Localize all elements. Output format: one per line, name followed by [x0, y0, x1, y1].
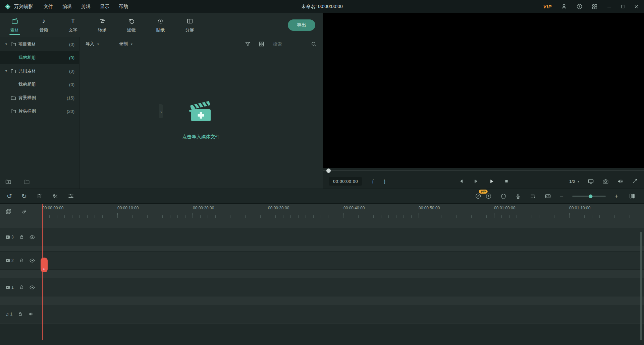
menu-item-view[interactable]: 显示 — [100, 4, 109, 10]
import-label: 导入 — [86, 41, 94, 47]
sidebar-item-label: 我的相册 — [18, 55, 36, 61]
seekbar-track[interactable] — [323, 170, 644, 171]
minimize-button[interactable] — [607, 4, 611, 9]
filter-funnel-icon[interactable] — [245, 41, 251, 47]
redo-button[interactable]: ↻ — [21, 193, 27, 199]
sidebar-collapse-handle[interactable]: ‹ — [159, 104, 163, 118]
app-name: 万兴喵影 — [14, 4, 33, 10]
eye-icon[interactable] — [30, 235, 35, 239]
menu-item-help[interactable]: 帮助 — [119, 4, 128, 10]
preview-seekbar[interactable] — [323, 168, 644, 174]
eye-icon[interactable] — [30, 259, 35, 263]
asset-tab-bar: 素材 ♪ 音频 T 文字 转场 滤镜 — [0, 13, 323, 37]
next-frame-button[interactable] — [473, 178, 479, 184]
search-input[interactable] — [272, 41, 308, 47]
display-device-icon[interactable] — [588, 178, 594, 185]
timeline-empty-area[interactable] — [0, 324, 644, 345]
snapshot-camera-icon[interactable] — [602, 178, 609, 185]
app-logo-icon — [4, 3, 11, 10]
zoom-in-button[interactable]: + — [614, 193, 618, 199]
new-folder-icon[interactable] — [5, 179, 12, 185]
sidebar-item-shared-media[interactable]: ▼ 共用素材 (0) — [0, 64, 79, 78]
mark-out-icon[interactable]: } — [384, 179, 385, 184]
add-to-timeline-icon[interactable] — [5, 208, 12, 215]
link-clips-icon[interactable] — [21, 208, 28, 215]
preview-quality-icon[interactable] — [485, 193, 492, 199]
tab-transition[interactable]: 转场 — [88, 13, 117, 37]
menu-item-edit[interactable]: 编辑 — [62, 4, 72, 10]
folder-icon — [11, 109, 16, 114]
track-number: 3 — [11, 235, 14, 239]
account-icon[interactable] — [561, 3, 567, 10]
mask-shield-icon[interactable] — [500, 193, 506, 199]
volume-icon[interactable] — [617, 178, 624, 185]
fullscreen-icon[interactable] — [632, 178, 638, 184]
stop-button[interactable] — [504, 179, 509, 184]
workspace-layout-icon[interactable] — [592, 4, 598, 10]
delete-button[interactable] — [36, 193, 43, 199]
zoom-slider-handle[interactable] — [589, 194, 592, 198]
search-icon[interactable] — [311, 41, 317, 47]
sidebar-item-my-album[interactable]: 我的相册 (0) — [0, 51, 79, 64]
timeline-vertical-scrollbar[interactable] — [640, 232, 642, 340]
playhead[interactable] — [42, 204, 43, 340]
preview-quality-dropdown[interactable]: 1/2 ▾ — [569, 179, 579, 184]
music-note-icon: ♪ — [42, 17, 46, 25]
panel-layout-icon[interactable] — [629, 193, 635, 199]
export-button[interactable]: 导出 — [288, 19, 315, 31]
tab-filter[interactable]: 滤镜 — [117, 13, 146, 37]
auto-ripple-icon[interactable] — [545, 193, 551, 199]
preview-viewport[interactable] — [323, 13, 644, 168]
grid-view-icon[interactable] — [259, 41, 264, 47]
folder-icon — [11, 42, 16, 47]
video-track-3-lane[interactable] — [0, 228, 644, 246]
import-media-caption[interactable]: 点击导入媒体文件 — [182, 134, 220, 140]
record-voiceover-mic-icon[interactable] — [515, 193, 521, 199]
video-track-1-lane[interactable] — [0, 278, 644, 296]
lock-icon[interactable] — [19, 258, 24, 263]
vip-feature-badge: VIP — [479, 190, 488, 194]
mute-speaker-icon[interactable] — [28, 312, 33, 317]
caret-expanded-icon[interactable]: ▼ — [5, 43, 8, 46]
sidebar-item-project-media[interactable]: ▼ 项目素材 (0) — [0, 38, 79, 51]
tab-sticker[interactable]: 贴纸 — [146, 13, 175, 37]
lock-icon[interactable] — [18, 312, 22, 316]
tab-media[interactable]: 素材 — [0, 13, 29, 37]
eye-icon[interactable] — [30, 285, 35, 289]
record-dropdown[interactable]: 录制 ▾ — [119, 41, 132, 47]
tab-splitscreen[interactable]: 分屏 — [175, 13, 204, 37]
mark-in-icon[interactable]: { — [372, 179, 374, 184]
item-count: (0) — [69, 42, 74, 47]
menu-item-file[interactable]: 文件 — [44, 4, 53, 10]
close-button[interactable] — [634, 4, 639, 9]
tab-text[interactable]: T 文字 — [58, 13, 88, 37]
seekbar-handle[interactable] — [326, 168, 331, 173]
lock-icon[interactable] — [19, 235, 24, 239]
adjust-sliders-button[interactable] — [68, 193, 74, 199]
media-empty-state[interactable]: 点击导入媒体文件 — [79, 51, 323, 189]
split-scissors-button[interactable] — [52, 193, 58, 199]
sidebar-item-intro-samples[interactable]: 片头样例 (20) — [0, 105, 79, 118]
audio-track-1-lane[interactable] — [0, 305, 644, 323]
import-clapperboard-icon[interactable] — [187, 100, 216, 125]
audio-mixer-icon[interactable] — [530, 193, 536, 199]
sidebar-item-my-album-shared[interactable]: 我的相册 (0) — [0, 78, 79, 91]
render-preview-icon[interactable] — [475, 193, 481, 199]
folder-icon[interactable] — [24, 179, 30, 185]
lock-icon[interactable] — [19, 285, 24, 289]
undo-button[interactable]: ↺ — [7, 193, 12, 199]
video-track-2-lane[interactable] — [0, 251, 644, 270]
timeline-zoom-slider[interactable] — [572, 196, 606, 197]
vip-button[interactable]: VIP — [543, 4, 552, 9]
folder-icon — [11, 68, 16, 74]
caret-expanded-icon[interactable]: ▼ — [5, 69, 8, 73]
maximize-button[interactable] — [621, 4, 625, 9]
play-button[interactable] — [488, 178, 495, 185]
menu-item-clip[interactable]: 剪辑 — [81, 4, 91, 10]
previous-frame-button[interactable] — [458, 178, 464, 184]
tab-audio[interactable]: ♪ 音频 — [29, 13, 58, 37]
sidebar-item-background-samples[interactable]: 背景样例 (15) — [0, 91, 79, 105]
import-dropdown[interactable]: 导入 ▾ — [86, 41, 99, 47]
zoom-out-button[interactable]: − — [560, 193, 564, 199]
help-icon[interactable] — [576, 3, 583, 10]
